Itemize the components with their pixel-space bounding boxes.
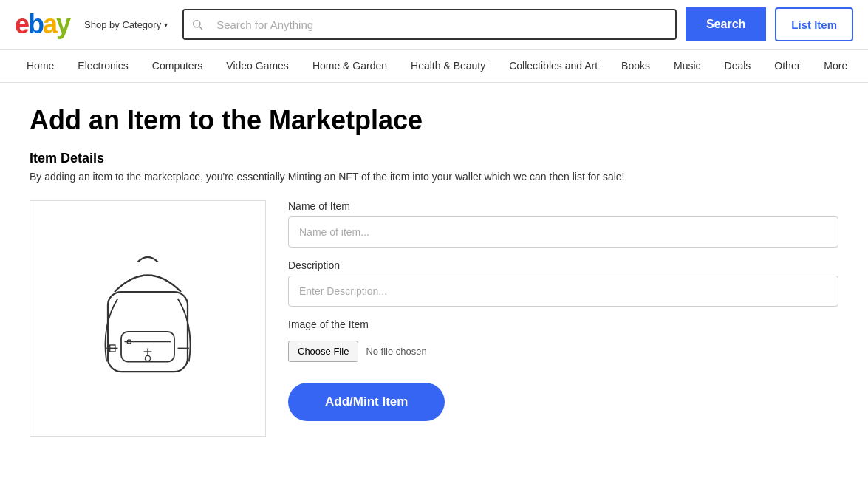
main-nav: Home Electronics Computers Video Games H… <box>0 50 868 83</box>
page-title: Add an Item to the Marketplace <box>30 105 838 136</box>
nav-item-computers[interactable]: Computers <box>140 50 214 82</box>
nav-item-books[interactable]: Books <box>609 50 662 82</box>
name-label: Name of Item <box>288 200 838 212</box>
choose-file-button[interactable]: Choose File <box>288 341 358 362</box>
form-area: Name of Item Description Image of the It… <box>30 200 838 437</box>
main-content: Add an Item to the Marketplace Item Deta… <box>0 83 868 459</box>
nav-item-home[interactable]: Home <box>15 50 66 82</box>
nav-item-electronics[interactable]: Electronics <box>66 50 140 82</box>
chevron-down-icon: ▾ <box>164 21 168 29</box>
logo-b: b <box>28 9 43 40</box>
nav-item-other[interactable]: Other <box>762 50 812 82</box>
shop-by-category-label: Shop by Category <box>84 19 161 30</box>
header: ebay Shop by Category ▾ Search List Item <box>0 0 868 50</box>
description-label: Description <box>288 259 838 271</box>
section-description: By adding an item to the marketplace, yo… <box>30 171 838 183</box>
search-button[interactable]: Search <box>686 7 766 41</box>
description-input[interactable] <box>288 276 838 307</box>
svg-point-0 <box>194 21 200 27</box>
nav-item-music[interactable]: Music <box>662 50 713 82</box>
svg-rect-3 <box>121 332 174 362</box>
mint-button[interactable]: Add/Mint Item <box>288 383 445 421</box>
name-input[interactable] <box>288 216 838 248</box>
logo-a: a <box>43 9 56 40</box>
list-item-button[interactable]: List Item <box>775 7 853 41</box>
nav-item-health-beauty[interactable]: Health & Beauty <box>399 50 497 82</box>
nav-item-deals[interactable]: Deals <box>713 50 763 82</box>
search-input[interactable] <box>211 10 675 38</box>
svg-line-1 <box>199 27 202 30</box>
svg-point-10 <box>145 355 150 361</box>
form-fields: Name of Item Description Image of the It… <box>288 200 838 421</box>
nav-item-video-games[interactable]: Video Games <box>214 50 301 82</box>
nav-item-home-garden[interactable]: Home & Garden <box>301 50 399 82</box>
no-file-text: No file chosen <box>366 346 426 357</box>
search-icon <box>184 10 211 38</box>
search-bar <box>182 9 677 40</box>
image-label: Image of the Item <box>288 318 838 330</box>
section-title: Item Details <box>30 151 838 166</box>
logo-y: y <box>56 9 69 40</box>
logo-e: e <box>15 9 28 40</box>
logo[interactable]: ebay <box>15 9 69 40</box>
shop-by-category-button[interactable]: Shop by Category ▾ <box>78 19 174 30</box>
image-preview <box>30 200 266 437</box>
nav-item-more[interactable]: More <box>812 50 859 82</box>
nav-item-collectibles[interactable]: Collectibles and Art <box>497 50 609 82</box>
file-input-row: Choose File No file chosen <box>288 341 838 362</box>
backpack-illustration <box>81 245 214 392</box>
